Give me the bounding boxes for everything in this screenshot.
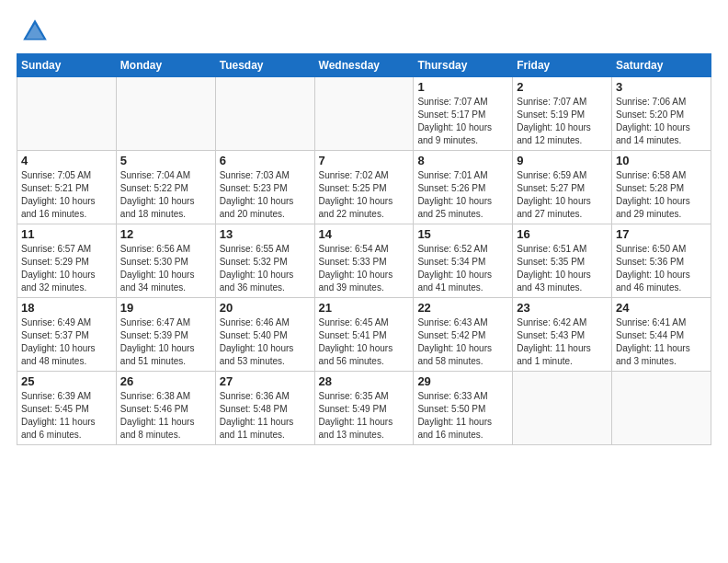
calendar-cell: 27Sunrise: 6:36 AM Sunset: 5:48 PM Dayli… [215, 372, 314, 445]
calendar-cell: 10Sunrise: 6:58 AM Sunset: 5:28 PM Dayli… [612, 151, 711, 224]
calendar-cell: 9Sunrise: 6:59 AM Sunset: 5:27 PM Daylig… [513, 151, 612, 224]
calendar-week-2: 4Sunrise: 7:05 AM Sunset: 5:21 PM Daylig… [17, 151, 711, 224]
calendar-cell: 2Sunrise: 7:07 AM Sunset: 5:19 PM Daylig… [513, 77, 612, 151]
day-number: 14 [319, 227, 410, 241]
day-info: Sunrise: 7:02 AM Sunset: 5:25 PM Dayligh… [319, 169, 410, 221]
calendar-cell: 17Sunrise: 6:50 AM Sunset: 5:36 PM Dayli… [612, 224, 711, 298]
calendar-cell: 3Sunrise: 7:06 AM Sunset: 5:20 PM Daylig… [612, 77, 711, 151]
calendar-cell: 7Sunrise: 7:02 AM Sunset: 5:25 PM Daylig… [314, 151, 414, 224]
day-info: Sunrise: 6:45 AM Sunset: 5:41 PM Dayligh… [319, 316, 410, 368]
day-info: Sunrise: 6:35 AM Sunset: 5:49 PM Dayligh… [319, 390, 410, 442]
calendar-header-thursday: Thursday [414, 54, 513, 77]
calendar-cell: 8Sunrise: 7:01 AM Sunset: 5:26 PM Daylig… [414, 151, 513, 224]
day-info: Sunrise: 6:57 AM Sunset: 5:29 PM Dayligh… [21, 243, 112, 294]
day-number: 12 [120, 227, 211, 241]
day-number: 25 [21, 374, 112, 388]
day-info: Sunrise: 7:04 AM Sunset: 5:22 PM Dayligh… [120, 169, 211, 221]
day-info: Sunrise: 6:38 AM Sunset: 5:46 PM Dayligh… [120, 390, 211, 442]
calendar-cell: 6Sunrise: 7:03 AM Sunset: 5:23 PM Daylig… [215, 151, 314, 224]
day-info: Sunrise: 6:54 AM Sunset: 5:33 PM Dayligh… [319, 243, 410, 294]
day-info: Sunrise: 6:49 AM Sunset: 5:37 PM Dayligh… [21, 316, 112, 368]
day-number: 1 [417, 80, 508, 94]
calendar-cell: 1Sunrise: 7:07 AM Sunset: 5:17 PM Daylig… [414, 77, 513, 151]
calendar-cell: 24Sunrise: 6:41 AM Sunset: 5:44 PM Dayli… [612, 298, 711, 372]
day-number: 18 [21, 301, 112, 315]
calendar-cell: 16Sunrise: 6:51 AM Sunset: 5:35 PM Dayli… [513, 224, 612, 298]
day-info: Sunrise: 6:50 AM Sunset: 5:36 PM Dayligh… [616, 243, 707, 294]
day-number: 21 [319, 301, 410, 315]
day-number: 23 [517, 301, 608, 315]
calendar-week-4: 18Sunrise: 6:49 AM Sunset: 5:37 PM Dayli… [17, 298, 711, 372]
day-number: 15 [417, 227, 508, 241]
calendar-cell: 26Sunrise: 6:38 AM Sunset: 5:46 PM Dayli… [116, 372, 215, 445]
calendar-cell: 25Sunrise: 6:39 AM Sunset: 5:45 PM Dayli… [17, 372, 117, 445]
day-number: 17 [616, 227, 707, 241]
calendar-header-monday: Monday [116, 54, 215, 77]
day-info: Sunrise: 6:52 AM Sunset: 5:34 PM Dayligh… [417, 243, 508, 294]
day-number: 28 [319, 374, 410, 388]
logo-icon [20, 17, 50, 46]
day-number: 22 [417, 301, 508, 315]
day-number: 26 [120, 374, 211, 388]
calendar-cell: 19Sunrise: 6:47 AM Sunset: 5:39 PM Dayli… [116, 298, 215, 372]
day-info: Sunrise: 7:07 AM Sunset: 5:17 PM Dayligh… [417, 96, 508, 147]
day-number: 3 [616, 80, 707, 94]
logo [17, 17, 51, 46]
calendar: SundayMondayTuesdayWednesdayThursdayFrid… [17, 53, 711, 445]
calendar-cell [314, 77, 414, 151]
day-number: 4 [21, 154, 112, 167]
day-number: 24 [616, 301, 707, 315]
day-info: Sunrise: 6:42 AM Sunset: 5:43 PM Dayligh… [517, 316, 608, 368]
day-number: 16 [517, 227, 608, 241]
day-number: 9 [517, 154, 608, 167]
day-number: 11 [21, 227, 112, 241]
day-info: Sunrise: 7:05 AM Sunset: 5:21 PM Dayligh… [21, 169, 112, 221]
calendar-cell: 15Sunrise: 6:52 AM Sunset: 5:34 PM Dayli… [414, 224, 513, 298]
calendar-cell: 28Sunrise: 6:35 AM Sunset: 5:49 PM Dayli… [314, 372, 414, 445]
day-info: Sunrise: 7:06 AM Sunset: 5:20 PM Dayligh… [616, 96, 707, 147]
calendar-cell: 18Sunrise: 6:49 AM Sunset: 5:37 PM Dayli… [17, 298, 117, 372]
day-number: 13 [220, 227, 311, 241]
calendar-cell: 22Sunrise: 6:43 AM Sunset: 5:42 PM Dayli… [414, 298, 513, 372]
calendar-week-5: 25Sunrise: 6:39 AM Sunset: 5:45 PM Dayli… [17, 372, 711, 445]
calendar-cell [116, 77, 215, 151]
day-info: Sunrise: 7:01 AM Sunset: 5:26 PM Dayligh… [417, 169, 508, 221]
calendar-cell: 23Sunrise: 6:42 AM Sunset: 5:43 PM Dayli… [513, 298, 612, 372]
calendar-cell: 12Sunrise: 6:56 AM Sunset: 5:30 PM Dayli… [116, 224, 215, 298]
calendar-header-sunday: Sunday [17, 54, 117, 77]
calendar-cell: 29Sunrise: 6:33 AM Sunset: 5:50 PM Dayli… [414, 372, 513, 445]
day-number: 5 [120, 154, 211, 167]
day-number: 10 [616, 154, 707, 167]
day-number: 7 [319, 154, 410, 167]
calendar-cell: 4Sunrise: 7:05 AM Sunset: 5:21 PM Daylig… [17, 151, 117, 224]
day-number: 6 [220, 154, 311, 167]
day-number: 27 [220, 374, 311, 388]
calendar-cell: 5Sunrise: 7:04 AM Sunset: 5:22 PM Daylig… [116, 151, 215, 224]
calendar-header-saturday: Saturday [612, 54, 711, 77]
calendar-cell [612, 372, 711, 445]
calendar-week-1: 1Sunrise: 7:07 AM Sunset: 5:17 PM Daylig… [17, 77, 711, 151]
calendar-header-friday: Friday [513, 54, 612, 77]
calendar-cell: 11Sunrise: 6:57 AM Sunset: 5:29 PM Dayli… [17, 224, 117, 298]
day-info: Sunrise: 6:51 AM Sunset: 5:35 PM Dayligh… [517, 243, 608, 294]
calendar-cell: 21Sunrise: 6:45 AM Sunset: 5:41 PM Dayli… [314, 298, 414, 372]
calendar-cell [215, 77, 314, 151]
day-number: 19 [120, 301, 211, 315]
calendar-header-row: SundayMondayTuesdayWednesdayThursdayFrid… [17, 54, 711, 77]
calendar-header-wednesday: Wednesday [314, 54, 414, 77]
day-info: Sunrise: 6:33 AM Sunset: 5:50 PM Dayligh… [417, 390, 508, 442]
calendar-cell: 13Sunrise: 6:55 AM Sunset: 5:32 PM Dayli… [215, 224, 314, 298]
calendar-week-3: 11Sunrise: 6:57 AM Sunset: 5:29 PM Dayli… [17, 224, 711, 298]
day-info: Sunrise: 6:56 AM Sunset: 5:30 PM Dayligh… [120, 243, 211, 294]
day-number: 8 [417, 154, 508, 167]
calendar-cell: 14Sunrise: 6:54 AM Sunset: 5:33 PM Dayli… [314, 224, 414, 298]
day-info: Sunrise: 6:58 AM Sunset: 5:28 PM Dayligh… [616, 169, 707, 221]
day-number: 20 [220, 301, 311, 315]
day-info: Sunrise: 6:46 AM Sunset: 5:40 PM Dayligh… [220, 316, 311, 368]
day-info: Sunrise: 6:55 AM Sunset: 5:32 PM Dayligh… [220, 243, 311, 294]
calendar-cell: 20Sunrise: 6:46 AM Sunset: 5:40 PM Dayli… [215, 298, 314, 372]
calendar-cell [513, 372, 612, 445]
day-info: Sunrise: 6:36 AM Sunset: 5:48 PM Dayligh… [220, 390, 311, 442]
day-info: Sunrise: 6:41 AM Sunset: 5:44 PM Dayligh… [616, 316, 707, 368]
day-info: Sunrise: 6:47 AM Sunset: 5:39 PM Dayligh… [120, 316, 211, 368]
